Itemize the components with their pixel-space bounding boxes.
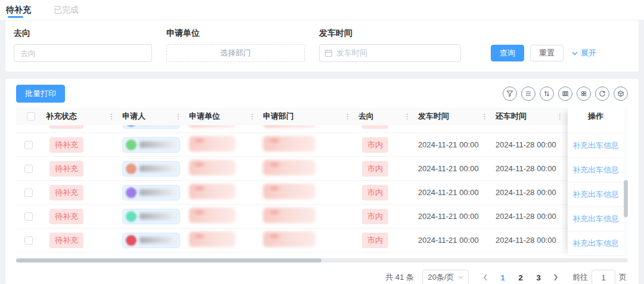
expand-toggle[interactable]: 展开 <box>572 48 596 58</box>
reset-button[interactable]: 重置 <box>530 45 564 61</box>
redacted-unit <box>189 208 236 223</box>
vertical-scrollbar-thumb[interactable] <box>624 180 628 217</box>
goto-page-input[interactable] <box>592 270 615 284</box>
status-badge: 待补充 <box>49 233 83 248</box>
grid-dots-icon[interactable] <box>577 87 591 101</box>
chevron-down-icon <box>572 51 578 55</box>
page-unit-label: 页 <box>619 272 627 283</box>
sort-icon[interactable] <box>540 87 554 101</box>
column-menu-icon[interactable]: ⋮ <box>556 112 566 121</box>
redacted-dept <box>263 125 315 128</box>
applicant-pill: . <box>122 233 180 248</box>
supplement-dispatch-link[interactable]: 补充出车信息 <box>572 165 619 175</box>
vertical-scrollbar[interactable] <box>624 125 628 256</box>
redacted-unit <box>189 184 236 199</box>
header-destination: 去向 <box>358 111 374 122</box>
depart-time-cell: 2024-11-21 00:00 <box>413 164 491 173</box>
pagination: 共 41 条 20条/页 1 2 3 前往 页 <box>5 263 639 284</box>
depart-time-picker[interactable]: 发车时间 <box>319 44 461 62</box>
status-badge: 待补充 <box>49 161 83 177</box>
cube-icon[interactable] <box>614 87 628 101</box>
destination-input[interactable] <box>14 44 152 62</box>
expand-label: 展开 <box>581 48 596 58</box>
table: 补充状态⋮ 申请人⋮ 申请单位⋮ 申请部门⋮ 去向⋮ 发车时间⋮ 还车时间⋮ 车… <box>16 107 628 256</box>
next-page-button[interactable] <box>549 270 563 284</box>
row-checkbox[interactable] <box>24 189 33 197</box>
redacted-applicant-name <box>140 189 174 196</box>
select-all-checkbox[interactable] <box>27 112 35 121</box>
unit-select[interactable]: 选择部门 <box>166 44 305 62</box>
supplement-dispatch-link[interactable]: 补充出车信息 <box>572 125 619 126</box>
header-return-time: 还车时间 <box>496 111 527 122</box>
supplement-dispatch-link[interactable]: 补充出车信息 <box>572 238 619 249</box>
total-count: 共 41 条 <box>385 272 414 283</box>
status-badge: 待补充 <box>49 185 83 200</box>
supplement-dispatch-link[interactable]: 补充出车信息 <box>572 140 619 151</box>
supplement-dispatch-link[interactable]: 补充出车信息 <box>572 189 619 200</box>
destination-badge: 市内 <box>362 125 388 129</box>
batch-print-button[interactable]: 批量打印 <box>16 85 65 103</box>
page-size-select[interactable]: 20条/页 <box>422 270 469 284</box>
depart-time-cell: 2024-11-21 00:00 <box>413 140 491 149</box>
destination-badge: 市内 <box>362 185 388 200</box>
redacted-applicant-name <box>140 165 174 172</box>
column-menu-icon[interactable]: ⋮ <box>481 112 491 121</box>
row-operation-cell: 补充出车信息 <box>568 183 624 207</box>
destination-badge: 市内 <box>362 137 388 153</box>
chevron-down-icon <box>458 276 463 279</box>
horizontal-scrollbar-thumb[interactable] <box>16 258 321 263</box>
filter-actions: 查询 重置 展开 <box>491 45 596 61</box>
list-icon[interactable] <box>521 87 535 101</box>
redacted-dept <box>263 208 315 223</box>
page-size-value: 20条/页 <box>428 272 454 283</box>
redacted-text-remnant: . <box>175 166 177 171</box>
header-depart-time: 发车时间 <box>418 111 449 122</box>
column-menu-icon[interactable]: ⋮ <box>344 112 354 121</box>
table-row: 待补充.市内2024-11-21 00:002024-11-28 00:00京 <box>16 205 628 229</box>
redacted-unit <box>189 160 236 175</box>
redacted-text-remnant: . <box>175 142 177 147</box>
applicant-pill: . <box>122 161 180 177</box>
row-checkbox[interactable] <box>24 165 33 173</box>
row-checkbox[interactable] <box>24 141 33 149</box>
column-menu-icon[interactable]: ⋮ <box>175 112 184 121</box>
column-menu-icon[interactable]: ⋮ <box>404 112 413 121</box>
page-2-button[interactable]: 2 <box>513 270 528 284</box>
depart-time-cell: 2024-11-21 00:00 <box>413 188 491 197</box>
table-row: 待补充.市内2024-11-21 00:002024-11-28 00:00京 <box>16 133 628 157</box>
destination-badge: 市内 <box>362 161 388 177</box>
row-checkbox[interactable] <box>24 236 33 245</box>
destination-badge: 市内 <box>362 233 388 248</box>
search-button[interactable]: 查询 <box>491 45 524 61</box>
columns-icon[interactable] <box>558 87 572 101</box>
redacted-unit <box>189 125 236 128</box>
supplement-dispatch-link[interactable]: 补充出车信息 <box>572 214 619 224</box>
redacted-text-remnant: . <box>175 190 177 195</box>
column-menu-icon[interactable]: ⋮ <box>249 112 258 121</box>
horizontal-scrollbar[interactable] <box>16 258 628 263</box>
table-header-row: 补充状态⋮ 申请人⋮ 申请单位⋮ 申请部门⋮ 去向⋮ 发车时间⋮ 还车时间⋮ 车 <box>16 107 628 125</box>
column-menu-icon[interactable]: ⋮ <box>108 112 117 121</box>
depart-time-cell: 2024-11-21 00:00 <box>413 212 491 221</box>
return-time-cell: 2024-11-28 00:00 <box>491 212 566 221</box>
return-time-cell: 2024-11-28 00:00 <box>491 140 566 149</box>
filter-funnel-icon[interactable] <box>503 87 517 101</box>
depart-time-placeholder: 发车时间 <box>336 48 367 58</box>
prev-page-button[interactable] <box>478 270 493 284</box>
redacted-applicant-name <box>140 213 174 220</box>
tab-completed[interactable]: 已完成 <box>54 0 79 20</box>
status-badge: 待补充 <box>49 209 83 224</box>
table-row: 待补充.市内2024-11-21 00:002024-11-28 00:00京 <box>16 157 628 181</box>
applicant-pill: . <box>122 185 180 200</box>
filter-depart-time: 发车时间 发车时间 <box>319 28 461 62</box>
avatar <box>126 140 137 150</box>
page-3-button[interactable]: 3 <box>531 270 546 284</box>
header-status: 补充状态 <box>46 111 77 122</box>
page-1-button[interactable]: 1 <box>495 270 510 284</box>
filter-destination: 去向 <box>14 28 152 62</box>
applicant-pill: . <box>122 125 180 129</box>
tab-pending[interactable]: 待补充 <box>6 0 31 20</box>
goto-label: 前往 <box>572 272 588 283</box>
row-checkbox[interactable] <box>24 212 33 221</box>
refresh-icon[interactable] <box>595 87 609 101</box>
